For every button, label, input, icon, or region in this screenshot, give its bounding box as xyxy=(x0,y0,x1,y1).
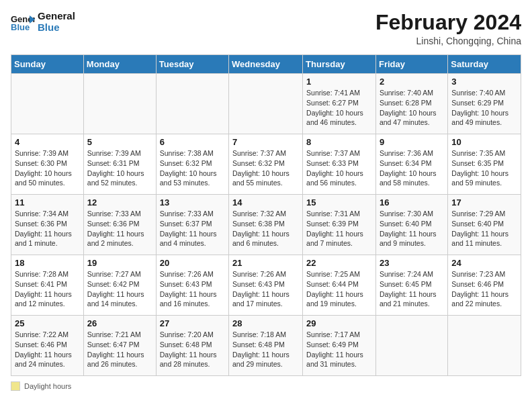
calendar-day-cell: 9Sunrise: 7:36 AMSunset: 6:34 PMDaylight… xyxy=(375,134,447,195)
calendar-day-cell xyxy=(229,74,303,134)
day-number: 17 xyxy=(451,197,517,208)
calendar-week-row: 18Sunrise: 7:28 AMSunset: 6:41 PMDayligh… xyxy=(11,255,521,316)
day-of-week-header: Friday xyxy=(375,55,447,74)
calendar-day-cell: 4Sunrise: 7:39 AMSunset: 6:30 PMDaylight… xyxy=(11,134,84,195)
calendar-day-cell: 2Sunrise: 7:40 AMSunset: 6:28 PMDaylight… xyxy=(375,74,447,134)
calendar-day-cell: 8Sunrise: 7:37 AMSunset: 6:33 PMDaylight… xyxy=(303,134,376,195)
day-info: Sunrise: 7:32 AMSunset: 6:38 PMDaylight:… xyxy=(232,209,299,248)
day-number: 13 xyxy=(160,197,225,208)
day-number: 27 xyxy=(160,318,225,328)
calendar-body: 1Sunrise: 7:41 AMSunset: 6:27 PMDaylight… xyxy=(11,74,521,376)
day-info: Sunrise: 7:31 AMSunset: 6:39 PMDaylight:… xyxy=(306,209,372,248)
calendar-day-cell: 10Sunrise: 7:35 AMSunset: 6:35 PMDayligh… xyxy=(448,134,521,195)
logo-general: General xyxy=(38,11,75,22)
day-info: Sunrise: 7:30 AMSunset: 6:40 PMDaylight:… xyxy=(380,209,444,248)
day-number: 23 xyxy=(380,258,444,268)
day-info: Sunrise: 7:24 AMSunset: 6:45 PMDaylight:… xyxy=(380,269,444,309)
day-of-week-header: Sunday xyxy=(11,55,84,74)
day-number: 25 xyxy=(15,318,80,328)
calendar-header-row: SundayMondayTuesdayWednesdayThursdayFrid… xyxy=(11,55,521,74)
day-of-week-header: Tuesday xyxy=(156,55,228,74)
day-info: Sunrise: 7:36 AMSunset: 6:34 PMDaylight:… xyxy=(380,148,444,188)
calendar-day-cell: 15Sunrise: 7:31 AMSunset: 6:39 PMDayligh… xyxy=(303,195,376,255)
calendar-week-row: 11Sunrise: 7:34 AMSunset: 6:36 PMDayligh… xyxy=(11,195,521,255)
day-info: Sunrise: 7:40 AMSunset: 6:28 PMDaylight:… xyxy=(380,88,444,128)
calendar-day-cell: 19Sunrise: 7:27 AMSunset: 6:42 PMDayligh… xyxy=(83,255,156,316)
calendar-day-cell xyxy=(375,316,447,376)
day-info: Sunrise: 7:20 AMSunset: 6:48 PMDaylight:… xyxy=(160,330,225,369)
calendar-day-cell: 16Sunrise: 7:30 AMSunset: 6:40 PMDayligh… xyxy=(375,195,447,255)
day-number: 12 xyxy=(87,197,152,208)
calendar-day-cell: 11Sunrise: 7:34 AMSunset: 6:36 PMDayligh… xyxy=(11,195,84,255)
day-info: Sunrise: 7:37 AMSunset: 6:33 PMDaylight:… xyxy=(306,148,372,188)
day-info: Sunrise: 7:39 AMSunset: 6:30 PMDaylight:… xyxy=(15,148,80,188)
day-number: 2 xyxy=(380,77,444,87)
calendar-day-cell: 20Sunrise: 7:26 AMSunset: 6:43 PMDayligh… xyxy=(156,255,228,316)
calendar-day-cell: 21Sunrise: 7:26 AMSunset: 6:43 PMDayligh… xyxy=(229,255,303,316)
day-info: Sunrise: 7:41 AMSunset: 6:27 PMDaylight:… xyxy=(306,88,372,128)
day-info: Sunrise: 7:33 AMSunset: 6:37 PMDaylight:… xyxy=(160,209,225,248)
calendar-day-cell: 17Sunrise: 7:29 AMSunset: 6:40 PMDayligh… xyxy=(448,195,521,255)
day-info: Sunrise: 7:33 AMSunset: 6:36 PMDaylight:… xyxy=(87,209,152,248)
day-info: Sunrise: 7:21 AMSunset: 6:47 PMDaylight:… xyxy=(87,330,152,369)
day-number: 1 xyxy=(306,77,372,87)
calendar-day-cell: 25Sunrise: 7:22 AMSunset: 6:46 PMDayligh… xyxy=(11,316,84,376)
calendar-day-cell: 28Sunrise: 7:18 AMSunset: 6:48 PMDayligh… xyxy=(229,316,303,376)
calendar-week-row: 25Sunrise: 7:22 AMSunset: 6:46 PMDayligh… xyxy=(11,316,521,376)
day-number: 22 xyxy=(306,258,372,268)
day-info: Sunrise: 7:17 AMSunset: 6:49 PMDaylight:… xyxy=(306,330,372,369)
day-number: 5 xyxy=(87,137,152,147)
calendar-day-cell: 13Sunrise: 7:33 AMSunset: 6:37 PMDayligh… xyxy=(156,195,228,255)
day-of-week-header: Wednesday xyxy=(229,55,303,74)
day-number: 10 xyxy=(451,137,517,147)
calendar-day-cell: 22Sunrise: 7:25 AMSunset: 6:44 PMDayligh… xyxy=(303,255,376,316)
calendar-day-cell: 29Sunrise: 7:17 AMSunset: 6:49 PMDayligh… xyxy=(303,316,376,376)
calendar-day-cell: 12Sunrise: 7:33 AMSunset: 6:36 PMDayligh… xyxy=(83,195,156,255)
calendar-day-cell: 14Sunrise: 7:32 AMSunset: 6:38 PMDayligh… xyxy=(229,195,303,255)
calendar-week-row: 1Sunrise: 7:41 AMSunset: 6:27 PMDaylight… xyxy=(11,74,521,134)
day-number: 9 xyxy=(380,137,444,147)
calendar-week-row: 4Sunrise: 7:39 AMSunset: 6:30 PMDaylight… xyxy=(11,134,521,195)
day-info: Sunrise: 7:38 AMSunset: 6:32 PMDaylight:… xyxy=(160,148,225,188)
calendar-day-cell: 7Sunrise: 7:37 AMSunset: 6:32 PMDaylight… xyxy=(229,134,303,195)
day-of-week-header: Thursday xyxy=(303,55,376,74)
day-info: Sunrise: 7:23 AMSunset: 6:46 PMDaylight:… xyxy=(451,269,517,309)
day-number: 6 xyxy=(160,137,225,147)
day-info: Sunrise: 7:39 AMSunset: 6:31 PMDaylight:… xyxy=(87,148,152,188)
day-info: Sunrise: 7:26 AMSunset: 6:43 PMDaylight:… xyxy=(232,269,299,309)
day-number: 28 xyxy=(232,318,299,328)
day-number: 21 xyxy=(232,258,299,268)
day-info: Sunrise: 7:22 AMSunset: 6:46 PMDaylight:… xyxy=(15,330,80,369)
day-info: Sunrise: 7:27 AMSunset: 6:42 PMDaylight:… xyxy=(87,269,152,309)
calendar-day-cell: 18Sunrise: 7:28 AMSunset: 6:41 PMDayligh… xyxy=(11,255,84,316)
day-info: Sunrise: 7:37 AMSunset: 6:32 PMDaylight:… xyxy=(232,148,299,188)
day-info: Sunrise: 7:29 AMSunset: 6:40 PMDaylight:… xyxy=(451,209,517,248)
day-number: 16 xyxy=(380,197,444,208)
footer: Daylight hours xyxy=(11,381,521,391)
calendar-day-cell: 6Sunrise: 7:38 AMSunset: 6:32 PMDaylight… xyxy=(156,134,228,195)
day-info: Sunrise: 7:34 AMSunset: 6:36 PMDaylight:… xyxy=(15,209,80,248)
calendar-day-cell xyxy=(156,74,228,134)
day-number: 29 xyxy=(306,318,372,328)
day-number: 3 xyxy=(451,77,517,87)
calendar-day-cell: 27Sunrise: 7:20 AMSunset: 6:48 PMDayligh… xyxy=(156,316,228,376)
logo: General Blue General Blue xyxy=(11,11,75,33)
title-block: February 2024 Linshi, Chongqing, China xyxy=(375,11,521,46)
day-number: 4 xyxy=(15,137,80,147)
day-number: 14 xyxy=(232,197,299,208)
day-of-week-header: Saturday xyxy=(448,55,521,74)
calendar-day-cell: 23Sunrise: 7:24 AMSunset: 6:45 PMDayligh… xyxy=(375,255,447,316)
day-info: Sunrise: 7:35 AMSunset: 6:35 PMDaylight:… xyxy=(451,148,517,188)
day-of-week-header: Monday xyxy=(83,55,156,74)
logo-icon: General Blue xyxy=(11,13,35,32)
day-info: Sunrise: 7:18 AMSunset: 6:48 PMDaylight:… xyxy=(232,330,299,369)
day-number: 18 xyxy=(15,258,80,268)
day-info: Sunrise: 7:40 AMSunset: 6:29 PMDaylight:… xyxy=(451,88,517,128)
day-info: Sunrise: 7:26 AMSunset: 6:43 PMDaylight:… xyxy=(160,269,225,309)
day-number: 26 xyxy=(87,318,152,328)
daylight-swatch xyxy=(11,381,20,391)
daylight-label: Daylight hours xyxy=(24,382,71,390)
calendar-day-cell: 3Sunrise: 7:40 AMSunset: 6:29 PMDaylight… xyxy=(448,74,521,134)
day-number: 7 xyxy=(232,137,299,147)
calendar-day-cell xyxy=(11,74,84,134)
